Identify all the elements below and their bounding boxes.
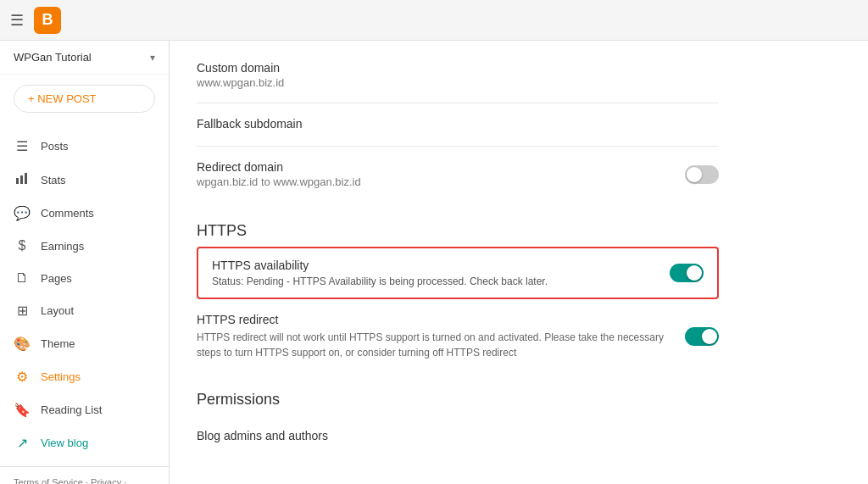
sidebar-item-view-blog[interactable]: ↗ View blog xyxy=(0,426,162,459)
https-availability-status: Status: Pending - HTTPS Availability is … xyxy=(212,275,670,287)
terms-of-service-link[interactable]: Terms of Service xyxy=(14,477,83,484)
sidebar-item-stats[interactable]: Stats xyxy=(0,163,162,197)
sidebar-item-theme-label: Theme xyxy=(41,337,75,350)
https-title: HTTPS xyxy=(197,209,719,247)
redirect-domain-value: wpgan.biz.id to www.wpgan.biz.id xyxy=(197,175,685,188)
main-layout: WPGan Tutorial ▾ + NEW POST ☰ Posts Stat… xyxy=(0,41,868,484)
redirect-domain-label: Redirect domain xyxy=(197,160,685,174)
sidebar-item-layout[interactable]: ⊞ Layout xyxy=(0,294,162,327)
pages-icon: 🗋 xyxy=(14,270,31,286)
earnings-icon: $ xyxy=(14,238,31,253)
hamburger-icon[interactable]: ☰ xyxy=(10,11,24,30)
https-section: HTTPS HTTPS availability Status: Pending… xyxy=(197,209,719,374)
sidebar-footer: Terms of Service · Privacy · Content Pol… xyxy=(0,466,169,484)
layout-icon: ⊞ xyxy=(14,303,31,319)
custom-domain-section: Custom domain www.wpgan.biz.id xyxy=(197,47,719,103)
new-post-button[interactable]: + NEW POST xyxy=(14,85,155,113)
stats-icon xyxy=(14,171,31,188)
custom-domain-value: www.wpgan.biz.id xyxy=(197,76,719,89)
redirect-domain-section: Redirect domain wpgan.biz.id to www.wpga… xyxy=(197,147,719,202)
sidebar-item-settings-label: Settings xyxy=(41,370,81,383)
content-area: Custom domain www.wpgan.biz.id Fallback … xyxy=(170,41,868,484)
posts-icon: ☰ xyxy=(14,138,31,154)
https-redirect-text: HTTPS redirect HTTPS redirect will not w… xyxy=(197,313,671,360)
https-redirect-label: HTTPS redirect xyxy=(197,313,671,326)
settings-icon: ⚙ xyxy=(14,369,31,385)
toggle-thumb xyxy=(687,265,702,281)
sidebar-item-view-blog-label: View blog xyxy=(41,437,88,449)
sidebar-item-posts[interactable]: ☰ Posts xyxy=(0,130,162,163)
sidebar-item-pages[interactable]: 🗋 Pages xyxy=(0,262,162,294)
fallback-subdomain-section: Fallback subdomain xyxy=(197,103,719,147)
sidebar-item-comments-label: Comments xyxy=(41,207,94,220)
blog-admins-section: Blog admins and authors xyxy=(197,415,719,458)
top-bar: ☰ B xyxy=(0,0,868,41)
sidebar-item-earnings-label: Earnings xyxy=(41,240,84,253)
https-availability-text: HTTPS availability Status: Pending - HTT… xyxy=(212,259,670,287)
svg-rect-1 xyxy=(20,175,23,184)
toggle-thumb xyxy=(702,329,717,344)
redirect-domain-text: Redirect domain wpgan.biz.id to www.wpga… xyxy=(197,160,685,188)
permissions-title: Permissions xyxy=(197,374,719,415)
sidebar-item-layout-label: Layout xyxy=(41,304,74,317)
blog-admins-label: Blog admins and authors xyxy=(197,429,719,442)
nav-menu: ☰ Posts Stats 💬 Comments $ Earnings 🗋 Pa… xyxy=(0,123,169,466)
sidebar: WPGan Tutorial ▾ + NEW POST ☰ Posts Stat… xyxy=(0,41,170,484)
https-redirect-description: HTTPS redirect will not work until HTTPS… xyxy=(197,330,671,360)
sidebar-item-reading-list-label: Reading List xyxy=(41,403,102,416)
https-redirect-toggle[interactable] xyxy=(685,327,719,346)
reading-list-icon: 🔖 xyxy=(14,402,31,418)
sidebar-item-reading-list[interactable]: 🔖 Reading List xyxy=(0,393,162,426)
sidebar-item-posts-label: Posts xyxy=(41,140,69,153)
toggle-track xyxy=(685,327,719,346)
https-availability-toggle[interactable] xyxy=(670,264,704,282)
theme-icon: 🎨 xyxy=(14,336,31,352)
sidebar-item-earnings[interactable]: $ Earnings xyxy=(0,230,162,262)
toggle-thumb xyxy=(687,167,702,182)
svg-rect-0 xyxy=(16,178,19,184)
custom-domain-label: Custom domain xyxy=(197,61,719,75)
redirect-domain-row: Redirect domain wpgan.biz.id to www.wpga… xyxy=(197,160,719,188)
comments-icon: 💬 xyxy=(14,205,31,221)
privacy-link[interactable]: Privacy xyxy=(91,477,121,484)
sidebar-item-theme[interactable]: 🎨 Theme xyxy=(0,327,162,360)
sidebar-item-pages-label: Pages xyxy=(41,272,72,285)
https-redirect-section: HTTPS redirect HTTPS redirect will not w… xyxy=(197,299,719,374)
svg-rect-2 xyxy=(25,173,27,184)
https-availability-box: HTTPS availability Status: Pending - HTT… xyxy=(197,247,719,299)
sidebar-item-settings[interactable]: ⚙ Settings xyxy=(0,360,162,393)
sidebar-item-stats-label: Stats xyxy=(41,174,66,186)
view-blog-icon: ↗ xyxy=(14,435,31,451)
blog-selector[interactable]: WPGan Tutorial ▾ xyxy=(0,41,169,75)
blogger-logo: B xyxy=(34,7,61,34)
toggle-track xyxy=(670,264,704,282)
top-section: Custom domain www.wpgan.biz.id Fallback … xyxy=(197,41,719,202)
blog-name: WPGan Tutorial xyxy=(14,51,92,64)
fallback-subdomain-label: Fallback subdomain xyxy=(197,117,719,131)
settings-content: Custom domain www.wpgan.biz.id Fallback … xyxy=(170,41,746,484)
redirect-domain-toggle[interactable] xyxy=(685,165,719,184)
chevron-down-icon: ▾ xyxy=(150,52,155,64)
https-redirect-row: HTTPS redirect HTTPS redirect will not w… xyxy=(197,313,719,360)
toggle-track xyxy=(685,165,719,184)
sidebar-item-comments[interactable]: 💬 Comments xyxy=(0,197,162,230)
https-availability-label: HTTPS availability xyxy=(212,259,670,272)
